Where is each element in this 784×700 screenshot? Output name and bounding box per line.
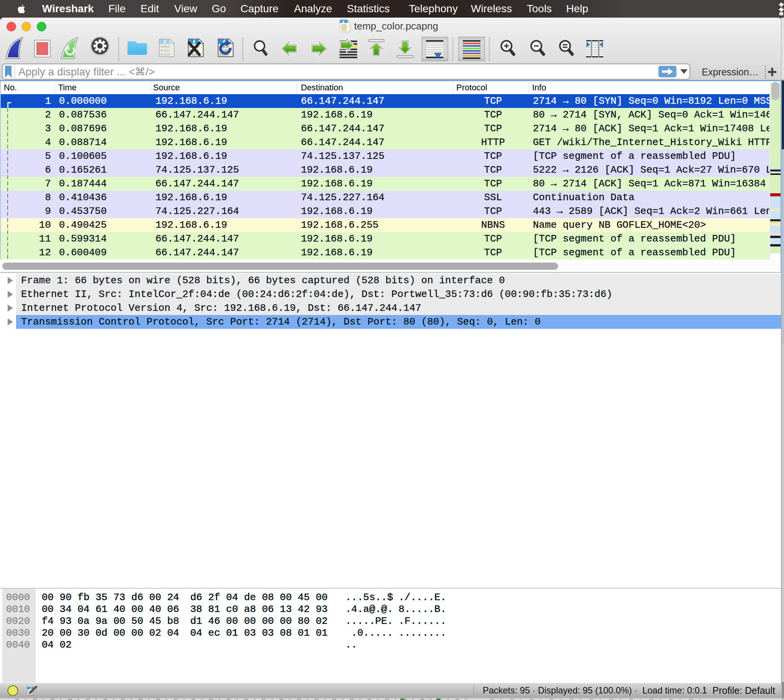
- svg-text:01010: 01010: [160, 45, 170, 48]
- svg-text:01110: 01110: [160, 53, 170, 56]
- svg-text:01100: 01100: [28, 694, 34, 697]
- svg-text:0111: 0111: [342, 29, 347, 32]
- svg-text:01101: 01101: [160, 49, 170, 52]
